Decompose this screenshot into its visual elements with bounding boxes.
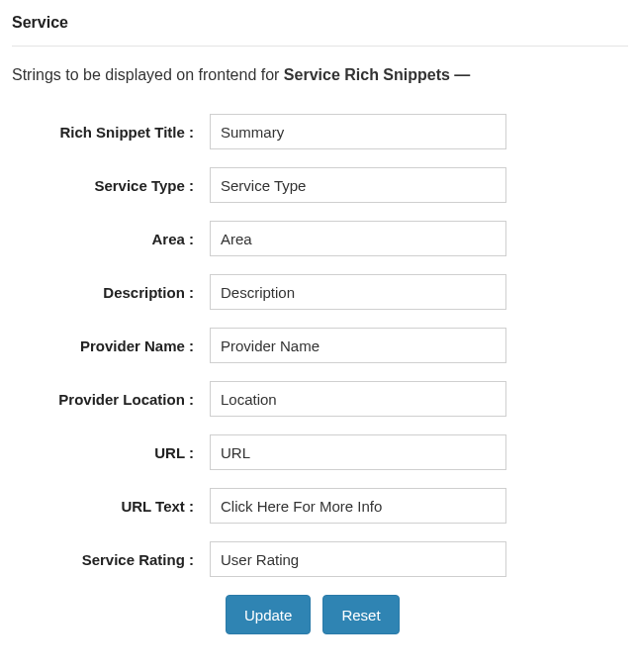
input-provider-name[interactable] bbox=[210, 328, 506, 363]
label-description: Description : bbox=[12, 284, 210, 301]
label-area: Area : bbox=[12, 231, 210, 247]
row-description: Description : bbox=[12, 274, 628, 310]
button-row: Update Reset bbox=[226, 595, 628, 634]
row-rich-snippet-title: Rich Snippet Title : bbox=[12, 114, 628, 149]
label-service-type: Service Type : bbox=[12, 177, 210, 194]
row-area: Area : bbox=[12, 221, 628, 256]
row-service-type: Service Type : bbox=[12, 167, 628, 203]
form-table: Rich Snippet Title : Service Type : Area… bbox=[12, 114, 628, 634]
input-service-rating[interactable] bbox=[210, 541, 506, 577]
label-url: URL : bbox=[12, 444, 210, 461]
label-service-rating: Service Rating : bbox=[12, 551, 210, 568]
intro-bold: Service Rich Snippets — bbox=[284, 66, 471, 83]
input-rich-snippet-title[interactable] bbox=[210, 114, 506, 149]
label-url-text: URL Text : bbox=[12, 498, 210, 515]
row-provider-location: Provider Location : bbox=[12, 381, 628, 417]
update-button[interactable]: Update bbox=[226, 595, 311, 634]
input-url-text[interactable] bbox=[210, 488, 506, 524]
input-service-type[interactable] bbox=[210, 167, 506, 203]
row-url-text: URL Text : bbox=[12, 488, 628, 524]
input-area[interactable] bbox=[210, 221, 506, 256]
label-rich-snippet-title: Rich Snippet Title : bbox=[12, 124, 210, 141]
row-provider-name: Provider Name : bbox=[12, 328, 628, 363]
input-provider-location[interactable] bbox=[210, 381, 506, 417]
reset-button[interactable]: Reset bbox=[322, 595, 399, 634]
input-description[interactable] bbox=[210, 274, 506, 310]
intro-prefix: Strings to be displayed on frontend for bbox=[12, 66, 284, 83]
section-title: Service bbox=[12, 14, 628, 32]
row-service-rating: Service Rating : bbox=[12, 541, 628, 577]
section-divider bbox=[12, 46, 628, 47]
label-provider-location: Provider Location : bbox=[12, 391, 210, 408]
label-provider-name: Provider Name : bbox=[12, 337, 210, 354]
input-url[interactable] bbox=[210, 434, 506, 470]
row-url: URL : bbox=[12, 434, 628, 470]
intro-text: Strings to be displayed on frontend for … bbox=[12, 66, 628, 84]
